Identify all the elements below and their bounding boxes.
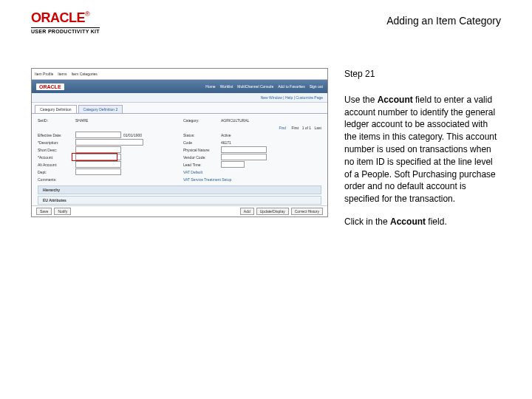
ss-nav-item: Items: [58, 72, 66, 76]
page-title: Adding an Item Category: [386, 15, 501, 27]
ss-link-addfav[interactable]: Add to Favorites: [278, 84, 304, 89]
input-effdate[interactable]: [75, 132, 121, 138]
app-screenshot: Item Profile Items Item Categories ORACL…: [31, 68, 328, 217]
label-shortdesc: Short Desc:: [38, 148, 73, 152]
ss-page-actions: New Window | Help | Customize Page: [32, 93, 327, 103]
input-leadtime[interactable]: [221, 161, 245, 168]
ss-window-nav: Item Profile Items Item Categories: [32, 69, 327, 80]
label-comments: Comments:: [38, 177, 73, 182]
label-physnature: Physical Nature:: [183, 148, 219, 152]
registered-icon: ®: [85, 10, 90, 18]
label-setid: SetID:: [38, 118, 73, 123]
pager-first[interactable]: First: [292, 126, 299, 130]
label-leadtime: Lead Time:: [183, 163, 219, 167]
input-shortdesc[interactable]: [75, 146, 121, 153]
ss-oracle-logo: ORACLE: [36, 83, 64, 90]
text-fragment: Use the: [344, 95, 378, 105]
notify-button[interactable]: Notify: [54, 208, 71, 215]
save-button[interactable]: Save: [36, 208, 52, 215]
text-fragment: Click in the: [344, 216, 390, 227]
label-altacct: Alt Account:: [38, 163, 73, 167]
oracle-logo-text: ORACLE: [31, 10, 85, 25]
ss-nav-item: Item Categories: [72, 72, 98, 76]
ss-footer-bar: Save Notify Add Update/Display Correct H…: [32, 205, 327, 216]
section-hierarchy[interactable]: Hierarchy: [38, 185, 321, 194]
section-eu-attributes[interactable]: EU Attributes: [38, 196, 321, 205]
value-setid: SHARE: [75, 118, 88, 123]
ss-page-action-links[interactable]: New Window | Help | Customize Page: [261, 95, 323, 100]
text-bold-account: Account: [378, 95, 413, 105]
label-effdate: Effective Date:: [38, 133, 73, 137]
page-header: ORACLE® USER PRODUCTIVITY KIT Adding an …: [0, 0, 532, 38]
highlight-account-field: [72, 153, 117, 161]
label-account: *Account:: [38, 155, 73, 160]
ss-link-home[interactable]: Home: [205, 84, 215, 89]
label-vendorcode: Vendor Code:: [183, 155, 219, 160]
ss-header-links: Home Worklist MultiChannel Console Add t…: [205, 84, 323, 89]
text-fragment: field to enter a valid account number to…: [344, 95, 497, 204]
oracle-logo: ORACLE®: [31, 10, 100, 26]
correct-history-button[interactable]: Correct History: [291, 208, 323, 215]
instruction-paragraph-1: Use the Account field to enter a valid a…: [344, 94, 501, 205]
input-physnature[interactable]: [221, 146, 267, 153]
input-dept[interactable]: [75, 168, 121, 175]
add-button[interactable]: Add: [240, 208, 254, 215]
value-code: 46171: [221, 140, 231, 145]
ss-link-signout[interactable]: Sign out: [310, 84, 323, 89]
label-category: Category:: [183, 118, 219, 123]
value-category: AGRICULTURAL: [221, 118, 249, 123]
value-status: Active: [221, 133, 231, 137]
pager-last[interactable]: Last: [315, 126, 321, 130]
text-bold-account: Account: [390, 216, 426, 227]
ss-link-worklist[interactable]: Worklist: [220, 84, 233, 89]
link-vat-service[interactable]: VAT Service Treatment Setup: [183, 177, 231, 182]
ss-tabstrip: Category Definition Category Definition …: [32, 103, 327, 114]
input-vendorcode[interactable]: [221, 154, 267, 160]
input-description[interactable]: [75, 139, 143, 146]
label-status: Status:: [183, 133, 219, 137]
instruction-paragraph-2: Click in the Account field.: [344, 216, 501, 228]
ss-nav-item: Item Profile: [35, 72, 53, 76]
ss-form-grid: SetID:SHARE Category:AGRICULTURAL Find F…: [32, 114, 327, 184]
text-fragment: field.: [426, 216, 447, 227]
step-label: Step 21: [344, 68, 501, 81]
link-vat-default[interactable]: VAT Default: [183, 170, 202, 174]
label-description: *Description:: [38, 140, 73, 145]
label-code: Code: [183, 140, 219, 145]
ss-link-multichannel[interactable]: MultiChannel Console: [237, 84, 273, 89]
input-altacct[interactable]: [75, 161, 121, 168]
update-display-button[interactable]: Update/Display: [256, 208, 289, 215]
value-effdate: 01/01/1900: [123, 133, 142, 137]
label-dept: Dept:: [38, 170, 73, 174]
tab-category-definition[interactable]: Category Definition: [35, 105, 77, 113]
instruction-panel: Step 21 Use the Account field to enter a…: [344, 68, 501, 239]
ss-app-header: ORACLE Home Worklist MultiChannel Consol…: [32, 80, 327, 93]
brand-block: ORACLE® USER PRODUCTIVITY KIT: [31, 10, 100, 34]
tab-category-definition-2[interactable]: Category Definition 2: [78, 105, 123, 113]
upk-label: USER PRODUCTIVITY KIT: [31, 27, 100, 34]
pager-find[interactable]: Find: [279, 126, 286, 130]
